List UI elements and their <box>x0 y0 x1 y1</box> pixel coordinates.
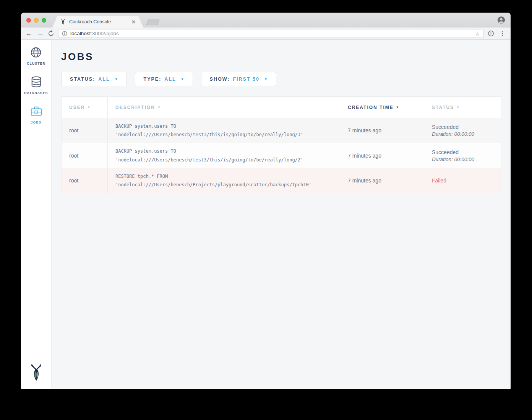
type-filter-dropdown[interactable]: TYPE: ALL ▼ <box>135 72 193 86</box>
sidebar-item-label: CLUSTER <box>27 62 45 65</box>
main-content: JOBS STATUS: ALL ▼ TYPE: ALL ▼ SHOW: FIR… <box>52 40 511 389</box>
url-text[interactable]: localhost:3000/#/jobs <box>70 31 472 36</box>
user-cell: root <box>62 118 108 143</box>
tab-close-icon[interactable]: ✕ <box>131 19 136 25</box>
traffic-lights <box>26 18 46 23</box>
briefcase-icon <box>30 105 43 118</box>
sidebar-item-cluster[interactable]: CLUSTER <box>27 46 45 65</box>
sort-caret-icon: ▼ <box>456 106 460 109</box>
filter-bar: STATUS: ALL ▼ TYPE: ALL ▼ SHOW: FIRST 50… <box>61 72 501 86</box>
status-cell: Failed <box>424 168 501 193</box>
new-tab-button[interactable] <box>146 19 160 25</box>
column-header-status[interactable]: STATUS ▼ <box>424 97 501 118</box>
browser-window: Cockroach Console ✕ ← → localhost:3000/#… <box>21 13 511 389</box>
user-cell: root <box>62 168 108 193</box>
forward-button: → <box>36 30 44 37</box>
user-cell: root <box>62 143 108 168</box>
reload-button[interactable] <box>48 30 54 37</box>
filter-label: TYPE: <box>144 77 162 82</box>
description-line: RESTORE tpch.* FROM <box>115 172 335 181</box>
show-filter-dropdown[interactable]: SHOW: FIRST 50 ▼ <box>201 72 276 86</box>
url-path: :3000/#/jobs <box>91 31 119 36</box>
description-cell: RESTORE tpch.* FROM 'nodelocal:///Users/… <box>108 168 340 193</box>
chevron-down-icon: ▼ <box>115 77 118 81</box>
globe-icon <box>29 46 42 59</box>
description-line: 'nodelocal:///Users/benesch/test3/this/i… <box>115 130 335 139</box>
column-header-description[interactable]: DESCRIPTION ▼ <box>108 97 340 118</box>
filter-value: ALL <box>98 77 110 82</box>
database-icon <box>30 75 43 88</box>
description-line: 'nodelocal:///Users/benesch/test3/this/i… <box>115 156 335 164</box>
table-body: root BACKUP system.users TO 'nodelocal:/… <box>62 118 501 193</box>
browser-tab[interactable]: Cockroach Console ✕ <box>52 16 143 28</box>
sort-caret-icon: ▼ <box>87 106 91 109</box>
creation-time-cell: 7 minutes ago <box>340 168 424 193</box>
toolbar-extras: ⋮ <box>488 30 507 37</box>
sidebar-item-label: DATABASES <box>24 91 48 95</box>
chevron-down-icon: ▼ <box>264 77 268 81</box>
cockroach-logo <box>29 363 44 382</box>
tab-title: Cockroach Console <box>69 19 128 24</box>
creation-time-cell: 7 minutes ago <box>340 118 424 143</box>
url-host: localhost <box>70 31 91 36</box>
table-row[interactable]: root BACKUP system.users TO 'nodelocal:/… <box>62 118 501 143</box>
status-duration: Duration: 00:00:00 <box>432 131 501 137</box>
description-line: 'nodelocal:///Users/benesch/Projects/pla… <box>115 181 335 189</box>
status-cell: Succeeded Duration: 00:00:00 <box>424 118 501 143</box>
column-label: CREATION TIME <box>348 105 394 110</box>
creation-time-cell: 7 minutes ago <box>340 143 424 168</box>
status-badge: Succeeded <box>432 149 501 155</box>
sidebar-item-label: JOBS <box>31 120 42 124</box>
filter-label: SHOW: <box>210 77 230 82</box>
table-row[interactable]: root RESTORE tpch.* FROM 'nodelocal:///U… <box>62 168 501 193</box>
description-cell: BACKUP system.users TO 'nodelocal:///Use… <box>108 118 340 143</box>
chevron-down-icon: ▼ <box>181 77 184 81</box>
sidebar: CLUSTER DATABASES JOBS <box>21 40 52 389</box>
table-row[interactable]: root BACKUP system.users TO 'nodelocal:/… <box>62 143 501 168</box>
sort-caret-icon: ▼ <box>396 106 400 109</box>
filter-value: FIRST 50 <box>233 77 260 82</box>
sort-caret-icon: ▼ <box>157 106 161 109</box>
description-line: BACKUP system.users TO <box>115 122 335 130</box>
column-label: STATUS <box>432 105 454 110</box>
status-filter-dropdown[interactable]: STATUS: ALL ▼ <box>61 72 127 86</box>
status-cell: Succeeded Duration: 00:00:00 <box>424 143 501 168</box>
back-button[interactable]: ← <box>25 30 32 37</box>
filter-value: ALL <box>164 77 176 82</box>
cockroach-console-app: CLUSTER DATABASES JOBS <box>21 40 511 389</box>
address-bar[interactable]: localhost:3000/#/jobs ☆ <box>58 29 484 38</box>
column-label: USER <box>69 105 85 110</box>
column-header-user[interactable]: USER ▼ <box>62 97 108 118</box>
description-line: BACKUP system.users TO <box>115 147 335 155</box>
status-duration: Duration: 00:00:00 <box>432 156 501 162</box>
status-badge: Failed <box>432 177 501 184</box>
sidebar-item-jobs[interactable]: JOBS <box>30 105 43 124</box>
jobs-table: USER ▼ DESCRIPTION ▼ CREATION TIME ▼ S <box>61 96 501 193</box>
page-title: JOBS <box>61 51 501 63</box>
profile-avatar-icon[interactable] <box>497 16 505 24</box>
cockroach-favicon <box>60 18 66 25</box>
sidebar-item-databases[interactable]: DATABASES <box>24 75 48 95</box>
column-header-creation-time[interactable]: CREATION TIME ▼ <box>340 97 424 118</box>
zoom-window-button[interactable] <box>42 18 46 23</box>
filter-label: STATUS: <box>70 77 95 82</box>
column-label: DESCRIPTION <box>115 105 155 110</box>
description-cell: BACKUP system.users TO 'nodelocal:///Use… <box>108 143 340 168</box>
bookmark-star-icon[interactable]: ☆ <box>475 30 480 37</box>
close-window-button[interactable] <box>26 18 31 23</box>
table-header: USER ▼ DESCRIPTION ▼ CREATION TIME ▼ S <box>62 97 501 118</box>
chrome-menu-icon[interactable]: ⋮ <box>500 30 505 37</box>
browser-toolbar: ← → localhost:3000/#/jobs ☆ ⋮ <box>21 28 511 40</box>
minimize-window-button[interactable] <box>34 18 39 23</box>
tab-strip: Cockroach Console ✕ <box>21 13 511 28</box>
extension-alert-icon[interactable] <box>488 30 494 37</box>
page-info-icon[interactable] <box>62 31 67 36</box>
status-badge: Succeeded <box>432 124 501 130</box>
